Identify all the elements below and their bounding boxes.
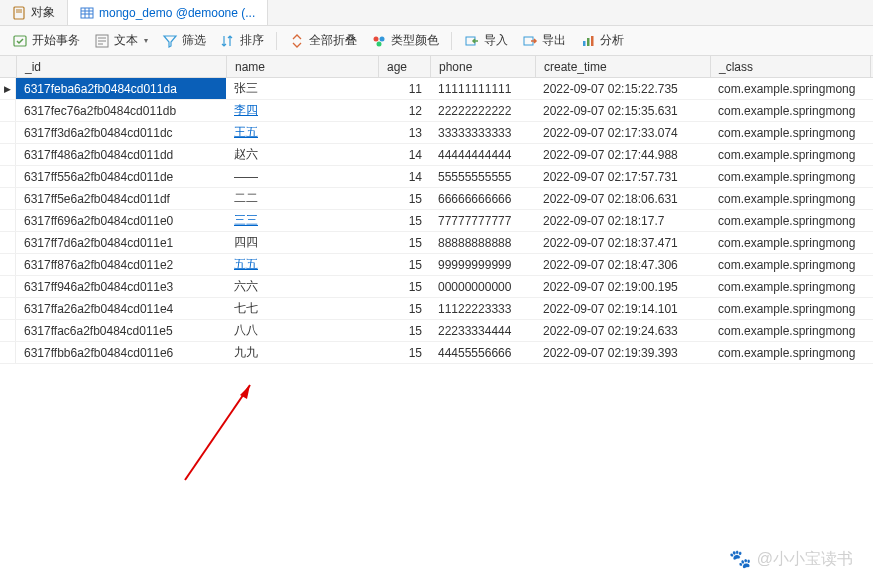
cell-name[interactable]: 四四 — [226, 232, 378, 253]
table-row[interactable]: 6317ffac6a2fb0484cd011e5八八15222333344442… — [0, 320, 873, 342]
cell-class[interactable]: com.example.springmong — [710, 122, 870, 143]
cell-create-time[interactable]: 2022-09-07 02:19:24.633 — [535, 320, 710, 341]
row-marker[interactable] — [0, 232, 16, 253]
cell-age[interactable]: 15 — [378, 232, 430, 253]
cell-create-time[interactable]: 2022-09-07 02:19:39.393 — [535, 342, 710, 363]
cell-create-time[interactable]: 2022-09-07 02:18:17.7 — [535, 210, 710, 231]
cell-phone[interactable]: 00000000000 — [430, 276, 535, 297]
cell-create-time[interactable]: 2022-09-07 02:18:47.306 — [535, 254, 710, 275]
cell-id[interactable]: 6317feba6a2fb0484cd011da — [16, 78, 226, 99]
table-row[interactable]: 6317ff5e6a2fb0484cd011df二二15666666666662… — [0, 188, 873, 210]
column-header-id[interactable]: _id — [17, 56, 227, 77]
cell-age[interactable]: 15 — [378, 254, 430, 275]
cell-class[interactable]: com.example.springmong — [710, 232, 870, 253]
cell-phone[interactable]: 11111111111 — [430, 78, 535, 99]
table-row[interactable]: 6317ff7d6a2fb0484cd011e1四四15888888888882… — [0, 232, 873, 254]
cell-class[interactable]: com.example.springmong — [710, 342, 870, 363]
cell-id[interactable]: 6317ff946a2fb0484cd011e3 — [16, 276, 226, 297]
cell-name[interactable]: —— — [226, 166, 378, 187]
cell-age[interactable]: 15 — [378, 276, 430, 297]
cell-age[interactable]: 14 — [378, 166, 430, 187]
cell-class[interactable]: com.example.springmong — [710, 298, 870, 319]
cell-id[interactable]: 6317ffa26a2fb0484cd011e4 — [16, 298, 226, 319]
row-marker[interactable] — [0, 320, 16, 341]
cell-phone[interactable]: 33333333333 — [430, 122, 535, 143]
cell-name[interactable]: 三三 — [226, 210, 378, 231]
text-button[interactable]: 文本 ▾ — [88, 29, 154, 52]
table-row[interactable]: 6317ff696a2fb0484cd011e0三三15777777777772… — [0, 210, 873, 232]
cell-create-time[interactable]: 2022-09-07 02:19:14.101 — [535, 298, 710, 319]
import-button[interactable]: 导入 — [458, 29, 514, 52]
cell-name[interactable]: 七七 — [226, 298, 378, 319]
cell-phone[interactable]: 11122223333 — [430, 298, 535, 319]
analyze-button[interactable]: 分析 — [574, 29, 630, 52]
cell-age[interactable]: 13 — [378, 122, 430, 143]
row-marker-header[interactable] — [0, 56, 17, 77]
row-marker[interactable] — [0, 254, 16, 275]
tab-objects[interactable]: 对象 — [0, 0, 68, 25]
table-row[interactable]: 6317ff556a2fb0484cd011de——14555555555552… — [0, 166, 873, 188]
cell-create-time[interactable]: 2022-09-07 02:17:57.731 — [535, 166, 710, 187]
cell-age[interactable]: 15 — [378, 210, 430, 231]
row-marker[interactable] — [0, 298, 16, 319]
cell-class[interactable]: com.example.springmong — [710, 100, 870, 121]
table-row[interactable]: 6317ffbb6a2fb0484cd011e6九九15444555566662… — [0, 342, 873, 364]
cell-class[interactable]: com.example.springmong — [710, 210, 870, 231]
cell-class[interactable]: com.example.springmong — [710, 188, 870, 209]
cell-age[interactable]: 12 — [378, 100, 430, 121]
column-header-name[interactable]: name — [227, 56, 379, 77]
cell-class[interactable]: com.example.springmong — [710, 166, 870, 187]
column-header-class[interactable]: _class — [711, 56, 871, 77]
cell-id[interactable]: 6317ff3d6a2fb0484cd011dc — [16, 122, 226, 143]
cell-phone[interactable]: 44455556666 — [430, 342, 535, 363]
cell-name[interactable]: 李四 — [226, 100, 378, 121]
cell-create-time[interactable]: 2022-09-07 02:18:06.631 — [535, 188, 710, 209]
cell-class[interactable]: com.example.springmong — [710, 320, 870, 341]
cell-create-time[interactable]: 2022-09-07 02:17:44.988 — [535, 144, 710, 165]
cell-name[interactable]: 八八 — [226, 320, 378, 341]
cell-id[interactable]: 6317ff876a2fb0484cd011e2 — [16, 254, 226, 275]
row-marker[interactable] — [0, 100, 16, 121]
row-marker[interactable] — [0, 122, 16, 143]
cell-name[interactable]: 二二 — [226, 188, 378, 209]
row-marker[interactable] — [0, 276, 16, 297]
cell-age[interactable]: 11 — [378, 78, 430, 99]
cell-age[interactable]: 15 — [378, 342, 430, 363]
cell-phone[interactable]: 22233334444 — [430, 320, 535, 341]
cell-phone[interactable]: 88888888888 — [430, 232, 535, 253]
cell-name[interactable]: 张三 — [226, 78, 378, 99]
cell-create-time[interactable]: 2022-09-07 02:17:33.074 — [535, 122, 710, 143]
cell-class[interactable]: com.example.springmong — [710, 78, 870, 99]
column-header-age[interactable]: age — [379, 56, 431, 77]
cell-phone[interactable]: 44444444444 — [430, 144, 535, 165]
cell-phone[interactable]: 55555555555 — [430, 166, 535, 187]
cell-name[interactable]: 六六 — [226, 276, 378, 297]
cell-id[interactable]: 6317ff556a2fb0484cd011de — [16, 166, 226, 187]
filter-button[interactable]: 筛选 — [156, 29, 212, 52]
cell-phone[interactable]: 22222222222 — [430, 100, 535, 121]
cell-age[interactable]: 15 — [378, 320, 430, 341]
export-button[interactable]: 导出 — [516, 29, 572, 52]
cell-id[interactable]: 6317ff486a2fb0484cd011dd — [16, 144, 226, 165]
cell-name[interactable]: 王五 — [226, 122, 378, 143]
cell-id[interactable]: 6317ffac6a2fb0484cd011e5 — [16, 320, 226, 341]
table-row[interactable]: ▶6317feba6a2fb0484cd011da张三1111111111111… — [0, 78, 873, 100]
row-marker[interactable] — [0, 188, 16, 209]
cell-create-time[interactable]: 2022-09-07 02:15:35.631 — [535, 100, 710, 121]
row-marker[interactable]: ▶ — [0, 78, 16, 99]
sort-button[interactable]: 排序 — [214, 29, 270, 52]
cell-create-time[interactable]: 2022-09-07 02:18:37.471 — [535, 232, 710, 253]
table-row[interactable]: 6317ff946a2fb0484cd011e3六六15000000000002… — [0, 276, 873, 298]
cell-class[interactable]: com.example.springmong — [710, 276, 870, 297]
cell-id[interactable]: 6317ff696a2fb0484cd011e0 — [16, 210, 226, 231]
column-header-create-time[interactable]: create_time — [536, 56, 711, 77]
cell-name[interactable]: 九九 — [226, 342, 378, 363]
cell-age[interactable]: 15 — [378, 188, 430, 209]
cell-phone[interactable]: 77777777777 — [430, 210, 535, 231]
table-row[interactable]: 6317ff876a2fb0484cd011e2五五15999999999992… — [0, 254, 873, 276]
cell-name[interactable]: 赵六 — [226, 144, 378, 165]
cell-id[interactable]: 6317ff7d6a2fb0484cd011e1 — [16, 232, 226, 253]
type-color-button[interactable]: 类型颜色 — [365, 29, 445, 52]
table-row[interactable]: 6317ffa26a2fb0484cd011e4七七15111222233332… — [0, 298, 873, 320]
cell-create-time[interactable]: 2022-09-07 02:19:00.195 — [535, 276, 710, 297]
